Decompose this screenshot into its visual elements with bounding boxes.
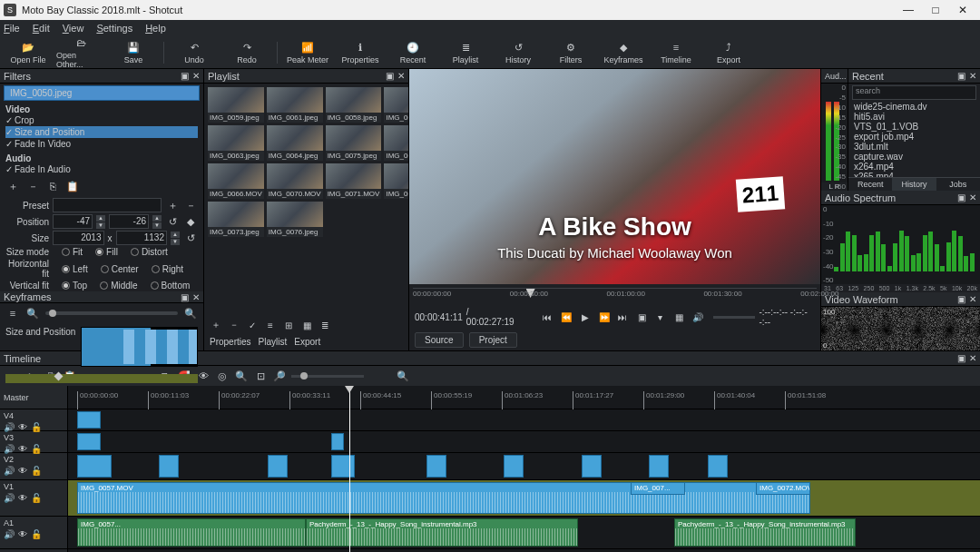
- toolbar-undo[interactable]: ↶Undo: [170, 40, 219, 64]
- clip[interactable]: [77, 433, 101, 450]
- toolbar-open-file[interactable]: 📂Open File: [4, 40, 53, 64]
- keyframe-bar[interactable]: [5, 374, 198, 383]
- recent-item[interactable]: wide25-cinema.dv: [852, 102, 976, 112]
- recent-tab-recent[interactable]: Recent: [848, 177, 892, 191]
- skip-end-button[interactable]: ⏭: [615, 309, 631, 325]
- float-icon[interactable]: ▣: [957, 353, 965, 363]
- playlist-item[interactable]: IMG_0067.jpeg: [384, 125, 408, 161]
- clip[interactable]: [331, 433, 344, 450]
- timecode-current[interactable]: 00:00:41:11: [415, 312, 463, 322]
- playlist-item[interactable]: IMG_0059.jpeg: [208, 87, 264, 123]
- skip-start-button[interactable]: ⏮: [540, 309, 555, 325]
- close-icon[interactable]: ✕: [192, 71, 200, 81]
- menu-item-help[interactable]: Help: [145, 23, 166, 34]
- recent-item[interactable]: x264.mp4: [852, 162, 976, 172]
- float-icon[interactable]: ▣: [957, 192, 965, 202]
- fast-forward-button[interactable]: ⏩: [596, 309, 612, 325]
- hfit-left[interactable]: Left: [62, 264, 88, 274]
- speaker-icon[interactable]: 🔊: [691, 309, 706, 325]
- vfit-top[interactable]: Top: [62, 281, 87, 291]
- playlist-item[interactable]: IMG_0071.MOV: [326, 163, 382, 199]
- toolbar-save[interactable]: 💾Save: [109, 40, 158, 64]
- preview-tab-project[interactable]: Project: [469, 332, 517, 348]
- mute-icon[interactable]: 🔊: [4, 466, 15, 476]
- menu-item-file[interactable]: File: [4, 23, 20, 34]
- playlist-item[interactable]: IMG_0076.jpeg: [267, 202, 323, 237]
- preset-add-button[interactable]: ＋: [165, 198, 180, 212]
- keyframe-strip[interactable]: [81, 327, 198, 367]
- lock-icon[interactable]: 🔓: [31, 529, 42, 539]
- zoom-out-icon[interactable]: 🔍: [25, 306, 40, 320]
- detail-view-icon[interactable]: ⊞: [281, 318, 296, 332]
- menu-item-edit[interactable]: Edit: [33, 23, 50, 34]
- clip[interactable]: [331, 455, 355, 478]
- clip[interactable]: [268, 455, 288, 478]
- clip-v1[interactable]: IMG_0057.MOV: [77, 482, 810, 514]
- position-x-input[interactable]: -47: [53, 214, 93, 229]
- preset-remove-button[interactable]: －: [183, 198, 198, 212]
- track-v3[interactable]: [68, 431, 980, 453]
- tab-playlist[interactable]: Playlist: [259, 337, 288, 347]
- menu-item-settings[interactable]: Settings: [96, 23, 132, 34]
- playlist-item[interactable]: IMG_0075.jpeg: [326, 125, 382, 161]
- clip[interactable]: [708, 455, 728, 478]
- recent-item[interactable]: VTS_01_1.VOB: [852, 122, 976, 132]
- float-icon[interactable]: ▣: [181, 71, 189, 81]
- playlist-item[interactable]: IMG_0064.jpeg: [267, 125, 323, 161]
- clip[interactable]: [582, 455, 602, 478]
- keyframe-icon[interactable]: ◆: [183, 214, 198, 229]
- add-button[interactable]: ＋: [209, 318, 223, 332]
- clip[interactable]: [77, 411, 101, 429]
- eye-icon[interactable]: 👁: [18, 466, 27, 476]
- float-icon[interactable]: ▣: [386, 71, 394, 81]
- zoom-in-icon[interactable]: 🔍: [183, 306, 198, 320]
- timeline-zoom-slider[interactable]: [291, 375, 364, 378]
- float-icon[interactable]: ▣: [957, 71, 965, 81]
- reset-icon[interactable]: ↺: [183, 231, 198, 245]
- playlist-item[interactable]: IMG_0066.MOV: [208, 163, 264, 199]
- size-x-input[interactable]: 2013: [53, 231, 104, 245]
- grid-overlay-button[interactable]: ▦: [671, 309, 687, 325]
- zoom-fit-icon[interactable]: ⊡: [253, 369, 268, 383]
- toolbar-properties[interactable]: ℹProperties: [336, 40, 385, 64]
- lock-icon[interactable]: 🔓: [31, 466, 42, 476]
- up-icon[interactable]: ▲: [171, 232, 180, 238]
- loop-button[interactable]: ▣: [634, 309, 650, 325]
- close-icon[interactable]: ✕: [397, 71, 405, 81]
- tab-properties[interactable]: Properties: [210, 337, 251, 347]
- close-button[interactable]: ✕: [949, 4, 976, 16]
- maximize-button[interactable]: □: [922, 4, 949, 16]
- track-head-a1[interactable]: A1🔊👁🔓: [0, 517, 67, 549]
- track-head-v1[interactable]: V1🔊👁🔓: [0, 480, 67, 517]
- playlist-bottom-tabs[interactable]: PropertiesPlaylistExport: [204, 335, 408, 350]
- recent-tab-jobs[interactable]: Jobs: [936, 177, 980, 191]
- filter-item[interactable]: Size and Position: [5, 126, 198, 138]
- zoom-slider[interactable]: [45, 311, 178, 315]
- minimize-button[interactable]: —: [895, 4, 922, 16]
- remove-filter-button[interactable]: －: [25, 179, 40, 193]
- up-icon[interactable]: ▲: [152, 215, 162, 222]
- menu-item-view[interactable]: View: [63, 23, 84, 34]
- down-icon[interactable]: ▼: [171, 239, 180, 245]
- track-head-v3[interactable]: V3🔊👁🔓: [0, 431, 67, 453]
- track-head-master[interactable]: Master: [0, 386, 67, 409]
- toolbar-keyframes[interactable]: ◆Keyframes: [599, 40, 648, 64]
- toolbar-history[interactable]: ↺History: [494, 40, 543, 64]
- toolbar-playlist[interactable]: ≣Playlist: [441, 40, 490, 64]
- clip[interactable]: [426, 455, 446, 478]
- track-v1[interactable]: IMG_0057.MOV IMG_007... IMG_0072.MOV: [68, 480, 980, 517]
- zoom-dropdown[interactable]: ▾: [652, 309, 668, 325]
- clip[interactable]: [649, 455, 669, 478]
- menu-button[interactable]: ≡: [263, 318, 278, 332]
- play-button[interactable]: ▶: [577, 309, 593, 325]
- track-a1[interactable]: IMG_0057... Pachyderm_-_13_-_Happy_Song_…: [68, 517, 980, 549]
- audio-clip[interactable]: Pachyderm_-_13_-_Happy_Song_instrumental…: [674, 518, 856, 547]
- recent-item[interactable]: export job.mp4: [852, 132, 976, 142]
- mute-icon[interactable]: 🔊: [4, 529, 15, 539]
- toolbar-recent[interactable]: 🕘Recent: [388, 40, 437, 64]
- list-view-icon[interactable]: ≣: [318, 318, 332, 332]
- playlist-item[interactable]: IMG_0073.jpeg: [208, 202, 264, 237]
- clip[interactable]: IMG_0072.MOV: [756, 482, 810, 495]
- down-icon[interactable]: ▼: [96, 222, 105, 229]
- filter-item[interactable]: Crop: [5, 114, 198, 126]
